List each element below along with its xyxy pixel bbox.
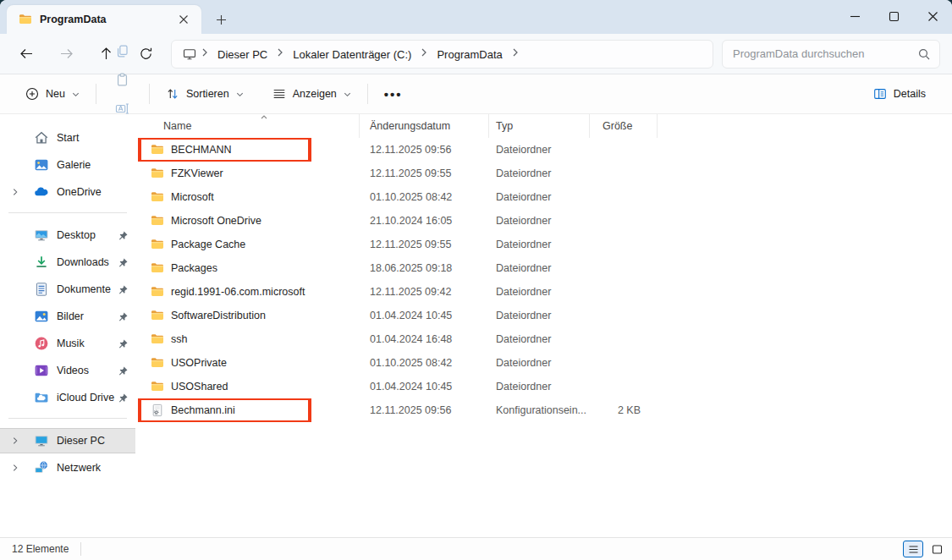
sidebar-item-musik[interactable]: Musik (0, 332, 135, 355)
forward-button[interactable] (52, 40, 80, 69)
status-bar: 12 Elemente (0, 537, 952, 560)
column-header-size[interactable]: Größe (590, 114, 658, 138)
sidebar-item-downloads[interactable]: Downloads (0, 250, 135, 274)
tab-programdata[interactable]: ProgramData (7, 5, 201, 34)
sidebar-item-label: Dokumente (57, 283, 116, 295)
sort-button[interactable]: Sortieren (157, 80, 252, 108)
file-size (590, 375, 658, 398)
column-header-type[interactable]: Typ (489, 114, 590, 138)
details-pane-button[interactable]: Details (865, 80, 933, 108)
sidebar-item-dokumente[interactable]: Dokumente (0, 277, 135, 301)
thumbnail-view-toggle[interactable] (927, 541, 947, 557)
search-input[interactable] (733, 47, 917, 60)
sidebar-item-label: Musik (57, 338, 116, 349)
file-type: Dateiordner (489, 138, 590, 162)
copy-icon (114, 43, 130, 59)
expand-chevron-icon[interactable] (10, 436, 20, 446)
file-row-usoprivate[interactable]: USOPrivate01.10.2025 08:42Dateiordner (135, 351, 952, 375)
file-row-fzkviewer[interactable]: FZKViewer12.11.2025 09:55Dateiordner (135, 162, 952, 185)
sidebar-item-icloud-drive-m[interactable]: iCloud Drive (M (0, 386, 135, 409)
file-type: Dateiordner (489, 233, 590, 256)
sidebar-item-label: Bilder (57, 310, 116, 322)
sidebar-item-label: Start (57, 132, 135, 144)
file-row-microsoft-onedrive[interactable]: Microsoft OneDrive21.10.2024 16:05Dateio… (135, 209, 952, 233)
sidebar-item-label: Videos (57, 365, 116, 376)
ini-file-icon (151, 404, 164, 417)
new-tab-button[interactable] (210, 8, 232, 30)
sidebar-item-label: Netzwerk (57, 462, 135, 474)
pin-icon (118, 257, 129, 268)
file-type: Dateiordner (489, 351, 590, 375)
folder-icon (151, 167, 164, 180)
file-name: Package Cache (171, 239, 245, 250)
file-type: Dateiordner (489, 185, 590, 209)
breadcrumb-item-3[interactable]: ProgramData (432, 46, 507, 63)
paste-button[interactable] (104, 65, 141, 94)
breadcrumb-chevron-icon[interactable] (418, 47, 430, 58)
sidebar-item-desktop[interactable]: Desktop (0, 223, 135, 247)
column-header-date[interactable]: Änderungsdatum (360, 114, 489, 138)
sidebar-item-galerie[interactable]: Galerie (0, 153, 135, 177)
pictures-icon (34, 309, 49, 324)
minimize-button[interactable] (835, 0, 874, 32)
file-row-microsoft[interactable]: Microsoft01.10.2025 08:42Dateiordner (135, 185, 952, 209)
view-button-label: Anzeigen (293, 88, 337, 100)
file-date: 12.11.2025 09:55 (360, 162, 489, 185)
column-label: Änderungsdatum (370, 120, 450, 132)
pin-icon (118, 230, 129, 241)
expand-chevron-icon[interactable] (10, 187, 20, 197)
sidebar-item-start[interactable]: Start (0, 126, 135, 150)
search-box[interactable] (722, 40, 940, 69)
file-name: regid.1991-06.com.microsoft (171, 286, 305, 298)
file-name: Packages (171, 262, 217, 274)
file-date: 01.04.2024 16:48 (360, 327, 489, 351)
file-row-softwaredistribution[interactable]: SoftwareDistribution01.04.2024 10:45Date… (135, 304, 952, 327)
file-size (590, 162, 658, 185)
breadcrumb-item-2[interactable]: Lokaler Datenträger (C:) (288, 46, 416, 63)
close-button[interactable] (913, 0, 952, 32)
file-size (590, 138, 658, 162)
file-date: 01.04.2024 10:45 (360, 375, 489, 398)
file-row-ssh[interactable]: ssh01.04.2024 16:48Dateiordner (135, 327, 952, 351)
file-name: FZKViewer (171, 167, 223, 179)
sidebar-item-onedrive[interactable]: OneDrive (0, 180, 135, 204)
new-button[interactable]: Neu (17, 80, 88, 108)
paste-icon (114, 72, 130, 88)
breadcrumb-chevron-icon[interactable] (199, 47, 211, 58)
new-button-label: Neu (46, 88, 65, 100)
breadcrumb-chevron-icon[interactable] (509, 47, 521, 58)
sort-button-label: Sortieren (186, 88, 229, 100)
view-button[interactable]: Anzeigen (264, 80, 360, 108)
folder-icon (151, 380, 164, 393)
file-size (590, 233, 658, 256)
expand-chevron-icon[interactable] (10, 463, 20, 473)
tab-close-icon[interactable] (174, 10, 193, 29)
column-header-name[interactable]: Name (135, 114, 360, 138)
file-row-bechmann[interactable]: BECHMANN12.11.2025 09:56Dateiordner (135, 138, 952, 162)
maximize-button[interactable] (874, 0, 913, 32)
details-view-toggle[interactable] (903, 541, 923, 557)
file-row-bechmann-ini[interactable]: Bechmann.ini12.11.2025 09:56Konfiguratio… (135, 398, 952, 422)
file-row-regid-1991-06-com-microsoft[interactable]: regid.1991-06.com.microsoft12.11.2025 09… (135, 280, 952, 304)
folder-icon (151, 261, 164, 275)
file-row-package-cache[interactable]: Package Cache12.11.2025 09:55Dateiordner (135, 233, 952, 256)
status-divider (80, 542, 81, 556)
sidebar-item-netzwerk[interactable]: Netzwerk (0, 456, 135, 480)
more-options-button[interactable]: ••• (376, 87, 411, 102)
sidebar-item-videos[interactable]: Videos (0, 359, 135, 382)
sidebar-item-bilder[interactable]: Bilder (0, 305, 135, 328)
sidebar-item-label: Downloads (57, 256, 116, 268)
breadcrumb-item-1[interactable]: Dieser PC (212, 46, 272, 63)
address-bar[interactable]: Dieser PCLokaler Datenträger (C:)Program… (171, 40, 713, 69)
file-row-packages[interactable]: Packages18.06.2025 09:18Dateiordner (135, 256, 952, 280)
breadcrumb-chevron-icon[interactable] (274, 47, 286, 58)
tab-title: ProgramData (40, 14, 174, 25)
search-icon[interactable] (917, 47, 931, 61)
copy-button[interactable] (104, 36, 141, 65)
back-button[interactable] (12, 40, 41, 69)
file-name: USOPrivate (171, 357, 227, 369)
folder-icon (151, 143, 164, 156)
home-icon (34, 130, 49, 145)
file-row-usoshared[interactable]: USOShared01.04.2024 10:45Dateiordner (135, 375, 952, 398)
sidebar-item-dieser-pc[interactable]: Dieser PC (0, 429, 135, 453)
